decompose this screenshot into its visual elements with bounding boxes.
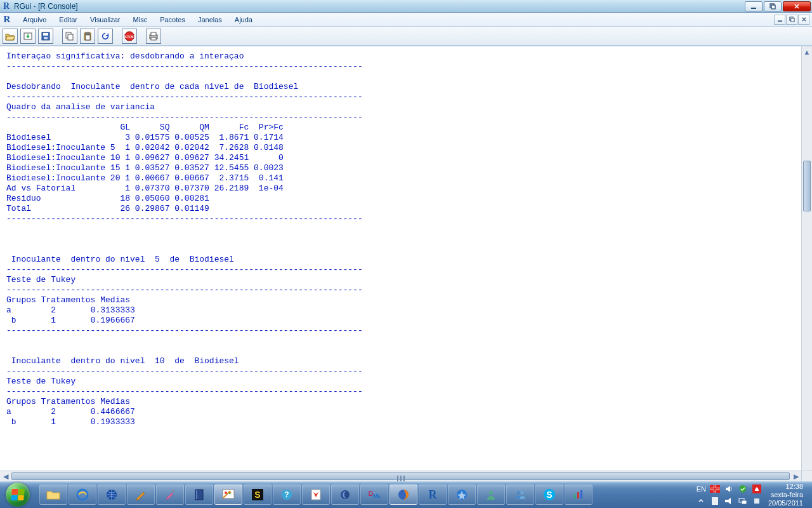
stop-button[interactable]: STOP	[122, 29, 137, 44]
svg-point-36	[521, 491, 524, 495]
svg-rect-2	[771, 5, 775, 9]
task-globe[interactable]	[98, 485, 126, 505]
menu-arquivo[interactable]: Arquivo	[16, 13, 53, 26]
device-icon[interactable]	[752, 496, 762, 506]
task-s-yellow[interactable]: S	[244, 485, 272, 505]
svg-rect-9	[44, 37, 48, 39]
ie-icon	[75, 488, 89, 502]
network-icon[interactable]	[738, 496, 748, 506]
svg-rect-24	[196, 490, 197, 499]
flag-icon[interactable]	[710, 484, 720, 494]
menu-ajuda[interactable]: Ajuda	[228, 13, 259, 26]
console-area: Interaçao significativa: desdobrando a i…	[0, 46, 812, 481]
shield-icon[interactable]	[738, 484, 748, 494]
chart-icon	[572, 488, 586, 502]
s-icon: S	[251, 488, 265, 502]
svg-rect-11	[68, 34, 73, 40]
task-people[interactable]	[506, 485, 534, 505]
mdi-restore-button[interactable]	[786, 15, 797, 25]
task-chart[interactable]	[565, 485, 593, 505]
open-button[interactable]	[3, 29, 18, 44]
menu-editar[interactable]: Editar	[53, 13, 84, 26]
svg-rect-41	[580, 490, 582, 498]
moon-icon	[338, 488, 352, 502]
horizontal-scrollbar[interactable]: ◀ ▶	[0, 471, 801, 481]
folder-icon	[46, 488, 60, 502]
svg-text:STOP: STOP	[124, 35, 134, 39]
load-workspace-button[interactable]	[20, 29, 36, 44]
svg-rect-22	[173, 490, 174, 492]
svg-rect-47	[712, 497, 718, 505]
firefox-icon	[396, 488, 410, 502]
task-book[interactable]	[185, 485, 213, 505]
title-bar: R RGui - [R Console]	[0, 0, 812, 13]
language-indicator[interactable]: EN	[697, 485, 706, 493]
antivirus-icon[interactable]	[752, 484, 762, 494]
svg-rect-13	[86, 32, 89, 34]
refresh-button[interactable]	[98, 29, 113, 44]
volume-icon[interactable]	[724, 484, 734, 494]
task-media[interactable]	[448, 485, 476, 505]
clock-day: sexta-feira	[768, 491, 803, 499]
svg-rect-5	[790, 18, 794, 22]
svg-rect-18	[151, 32, 156, 36]
svg-rect-39	[574, 495, 576, 498]
task-folder-orange[interactable]	[127, 485, 155, 505]
clock[interactable]: 12:38 sexta-feira 20/05/2011	[768, 483, 803, 507]
action-center-icon[interactable]	[710, 496, 720, 506]
menu-misc[interactable]: Misc	[127, 13, 154, 26]
task-skype[interactable]: S	[535, 485, 563, 505]
task-dms[interactable]: DMs	[360, 485, 388, 505]
copy-button[interactable]	[62, 29, 77, 44]
pen-icon	[134, 488, 148, 502]
start-button[interactable]	[0, 481, 36, 508]
task-r[interactable]: R	[419, 485, 447, 505]
menu-bar: R Arquivo Editar Visualizar Misc Pacotes…	[0, 13, 812, 27]
clock-time: 12:38	[768, 483, 803, 491]
clock-date: 20/05/2011	[768, 499, 803, 507]
scroll-thumb-vertical[interactable]	[803, 161, 811, 211]
svg-rect-46	[710, 488, 720, 490]
scroll-right-arrow[interactable]: ▶	[790, 471, 801, 481]
task-help[interactable]: ?	[273, 485, 301, 505]
task-brush[interactable]	[156, 485, 184, 505]
print-button[interactable]	[146, 29, 161, 44]
console-output[interactable]: Interaçao significativa: desdobrando a i…	[0, 46, 801, 481]
mdi-minimize-button[interactable]	[774, 15, 785, 25]
task-pdf[interactable]	[302, 485, 330, 505]
menu-visualizar[interactable]: Visualizar	[84, 13, 127, 26]
r-icon: R	[426, 488, 440, 502]
menu-janelas[interactable]: Janelas	[192, 13, 228, 26]
power-icon[interactable]	[724, 496, 734, 506]
svg-rect-50	[742, 500, 747, 504]
close-button[interactable]	[783, 1, 811, 11]
scroll-left-arrow[interactable]: ◀	[0, 471, 11, 481]
vertical-scrollbar[interactable]: ▲ ▼	[801, 46, 812, 481]
save-button[interactable]	[38, 29, 53, 44]
taskbar: S ? DMs R S EN	[0, 481, 812, 508]
window-title: RGui - [R Console]	[14, 2, 745, 11]
mdi-close-button[interactable]	[798, 15, 809, 25]
task-firefox[interactable]	[390, 485, 417, 505]
task-paint-app[interactable]	[214, 485, 242, 505]
svg-text:?: ?	[284, 490, 289, 499]
maximize-button[interactable]	[764, 1, 782, 11]
r-app-icon: R	[1, 1, 11, 11]
dms-icon: DMs	[367, 488, 381, 502]
svg-rect-3	[777, 20, 782, 22]
task-ie[interactable]	[69, 485, 96, 505]
menu-pacotes[interactable]: Pacotes	[154, 13, 192, 26]
minimize-button[interactable]	[745, 1, 763, 11]
paste-button[interactable]	[80, 29, 95, 44]
tray-expand-icon[interactable]	[696, 496, 706, 506]
book-icon	[192, 488, 206, 502]
people-icon	[513, 488, 527, 502]
svg-rect-40	[577, 492, 579, 498]
toolbar: STOP	[0, 27, 812, 46]
task-person[interactable]	[477, 485, 505, 505]
task-moon[interactable]	[331, 485, 359, 505]
task-explorer[interactable]	[39, 485, 67, 505]
scroll-up-arrow[interactable]: ▲	[802, 46, 812, 57]
scroll-thumb-horizontal[interactable]	[11, 472, 790, 480]
r-menu-icon: R	[1, 14, 13, 25]
